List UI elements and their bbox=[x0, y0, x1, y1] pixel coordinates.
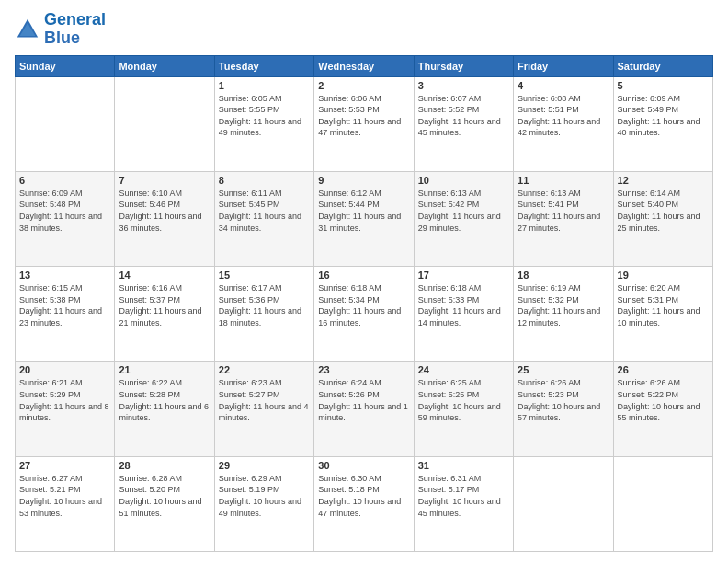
day-number: 4 bbox=[518, 80, 609, 91]
calendar-cell: 11Sunrise: 6:13 AM Sunset: 5:41 PM Dayli… bbox=[514, 171, 613, 266]
week-row-2: 6Sunrise: 6:09 AM Sunset: 5:48 PM Daylig… bbox=[16, 171, 713, 266]
calendar-cell: 23Sunrise: 6:24 AM Sunset: 5:26 PM Dayli… bbox=[314, 362, 414, 456]
day-number: 7 bbox=[119, 175, 210, 186]
day-info: Sunrise: 6:17 AM Sunset: 5:36 PM Dayligh… bbox=[219, 282, 310, 328]
day-info: Sunrise: 6:24 AM Sunset: 5:26 PM Dayligh… bbox=[318, 377, 409, 423]
day-info: Sunrise: 6:18 AM Sunset: 5:34 PM Dayligh… bbox=[318, 282, 409, 328]
day-info: Sunrise: 6:13 AM Sunset: 5:42 PM Dayligh… bbox=[418, 188, 509, 234]
day-info: Sunrise: 6:20 AM Sunset: 5:31 PM Dayligh… bbox=[618, 282, 709, 328]
day-info: Sunrise: 6:29 AM Sunset: 5:19 PM Dayligh… bbox=[219, 473, 310, 519]
day-number: 3 bbox=[418, 80, 509, 91]
weekday-header-row: SundayMondayTuesdayWednesdayThursdayFrid… bbox=[16, 55, 713, 76]
calendar-cell bbox=[613, 456, 712, 551]
day-info: Sunrise: 6:12 AM Sunset: 5:44 PM Dayligh… bbox=[318, 188, 409, 234]
calendar-cell: 24Sunrise: 6:25 AM Sunset: 5:25 PM Dayli… bbox=[414, 362, 513, 456]
day-number: 11 bbox=[518, 175, 609, 186]
calendar-cell: 12Sunrise: 6:14 AM Sunset: 5:40 PM Dayli… bbox=[613, 171, 712, 266]
day-info: Sunrise: 6:16 AM Sunset: 5:37 PM Dayligh… bbox=[119, 282, 210, 328]
calendar-cell: 9Sunrise: 6:12 AM Sunset: 5:44 PM Daylig… bbox=[314, 171, 414, 266]
day-number: 13 bbox=[19, 270, 110, 281]
calendar-cell: 14Sunrise: 6:16 AM Sunset: 5:37 PM Dayli… bbox=[115, 267, 214, 362]
day-number: 30 bbox=[318, 460, 409, 471]
day-number: 12 bbox=[618, 175, 709, 186]
calendar-cell: 18Sunrise: 6:19 AM Sunset: 5:32 PM Dayli… bbox=[514, 267, 613, 362]
calendar-cell: 31Sunrise: 6:31 AM Sunset: 5:17 PM Dayli… bbox=[414, 456, 513, 551]
calendar-cell: 25Sunrise: 6:26 AM Sunset: 5:23 PM Dayli… bbox=[514, 362, 613, 456]
calendar-cell: 7Sunrise: 6:10 AM Sunset: 5:46 PM Daylig… bbox=[115, 171, 214, 266]
day-number: 26 bbox=[618, 364, 709, 375]
week-row-4: 20Sunrise: 6:21 AM Sunset: 5:29 PM Dayli… bbox=[16, 362, 713, 456]
day-info: Sunrise: 6:14 AM Sunset: 5:40 PM Dayligh… bbox=[618, 188, 709, 234]
day-number: 14 bbox=[119, 270, 210, 281]
calendar-cell: 15Sunrise: 6:17 AM Sunset: 5:36 PM Dayli… bbox=[214, 267, 313, 362]
calendar-cell bbox=[115, 76, 214, 171]
day-info: Sunrise: 6:18 AM Sunset: 5:33 PM Dayligh… bbox=[418, 282, 509, 328]
calendar-cell: 2Sunrise: 6:06 AM Sunset: 5:53 PM Daylig… bbox=[314, 76, 414, 171]
day-info: Sunrise: 6:23 AM Sunset: 5:27 PM Dayligh… bbox=[219, 377, 310, 423]
day-info: Sunrise: 6:05 AM Sunset: 5:55 PM Dayligh… bbox=[219, 93, 310, 139]
day-info: Sunrise: 6:25 AM Sunset: 5:25 PM Dayligh… bbox=[418, 377, 509, 423]
day-number: 21 bbox=[119, 364, 210, 375]
day-info: Sunrise: 6:15 AM Sunset: 5:38 PM Dayligh… bbox=[19, 282, 110, 328]
weekday-header-saturday: Saturday bbox=[613, 55, 712, 76]
week-row-5: 27Sunrise: 6:27 AM Sunset: 5:21 PM Dayli… bbox=[16, 456, 713, 551]
logo-text: General Blue bbox=[44, 11, 106, 48]
calendar-cell: 13Sunrise: 6:15 AM Sunset: 5:38 PM Dayli… bbox=[16, 267, 115, 362]
calendar-cell: 10Sunrise: 6:13 AM Sunset: 5:42 PM Dayli… bbox=[414, 171, 513, 266]
day-info: Sunrise: 6:21 AM Sunset: 5:29 PM Dayligh… bbox=[19, 377, 110, 423]
day-info: Sunrise: 6:07 AM Sunset: 5:52 PM Dayligh… bbox=[418, 93, 509, 139]
day-info: Sunrise: 6:30 AM Sunset: 5:18 PM Dayligh… bbox=[318, 473, 409, 519]
weekday-header-tuesday: Tuesday bbox=[214, 55, 313, 76]
day-info: Sunrise: 6:22 AM Sunset: 5:28 PM Dayligh… bbox=[119, 377, 210, 423]
weekday-header-thursday: Thursday bbox=[414, 55, 513, 76]
day-info: Sunrise: 6:19 AM Sunset: 5:32 PM Dayligh… bbox=[518, 282, 609, 328]
calendar-table: SundayMondayTuesdayWednesdayThursdayFrid… bbox=[15, 55, 713, 552]
day-number: 22 bbox=[219, 364, 310, 375]
calendar-cell: 26Sunrise: 6:26 AM Sunset: 5:22 PM Dayli… bbox=[613, 362, 712, 456]
calendar-cell: 16Sunrise: 6:18 AM Sunset: 5:34 PM Dayli… bbox=[314, 267, 414, 362]
logo-icon bbox=[15, 17, 40, 42]
week-row-3: 13Sunrise: 6:15 AM Sunset: 5:38 PM Dayli… bbox=[16, 267, 713, 362]
weekday-header-friday: Friday bbox=[514, 55, 613, 76]
calendar-cell: 8Sunrise: 6:11 AM Sunset: 5:45 PM Daylig… bbox=[214, 171, 313, 266]
day-number: 17 bbox=[418, 270, 509, 281]
day-info: Sunrise: 6:09 AM Sunset: 5:48 PM Dayligh… bbox=[19, 188, 110, 234]
day-number: 15 bbox=[219, 270, 310, 281]
calendar-cell: 29Sunrise: 6:29 AM Sunset: 5:19 PM Dayli… bbox=[214, 456, 313, 551]
day-info: Sunrise: 6:11 AM Sunset: 5:45 PM Dayligh… bbox=[219, 188, 310, 234]
day-info: Sunrise: 6:26 AM Sunset: 5:23 PM Dayligh… bbox=[518, 377, 609, 423]
calendar-cell: 6Sunrise: 6:09 AM Sunset: 5:48 PM Daylig… bbox=[16, 171, 115, 266]
day-info: Sunrise: 6:13 AM Sunset: 5:41 PM Dayligh… bbox=[518, 188, 609, 234]
day-number: 8 bbox=[219, 175, 310, 186]
day-number: 25 bbox=[518, 364, 609, 375]
day-number: 19 bbox=[618, 270, 709, 281]
day-info: Sunrise: 6:26 AM Sunset: 5:22 PM Dayligh… bbox=[618, 377, 709, 423]
calendar-cell: 22Sunrise: 6:23 AM Sunset: 5:27 PM Dayli… bbox=[214, 362, 313, 456]
day-info: Sunrise: 6:06 AM Sunset: 5:53 PM Dayligh… bbox=[318, 93, 409, 139]
page: General Blue SundayMondayTuesdayWednesda… bbox=[0, 0, 728, 563]
weekday-header-wednesday: Wednesday bbox=[314, 55, 414, 76]
calendar-cell: 21Sunrise: 6:22 AM Sunset: 5:28 PM Dayli… bbox=[115, 362, 214, 456]
day-info: Sunrise: 6:28 AM Sunset: 5:20 PM Dayligh… bbox=[119, 473, 210, 519]
day-number: 20 bbox=[19, 364, 110, 375]
day-number: 10 bbox=[418, 175, 509, 186]
calendar-cell: 3Sunrise: 6:07 AM Sunset: 5:52 PM Daylig… bbox=[414, 76, 513, 171]
day-number: 5 bbox=[618, 80, 709, 91]
logo: General Blue bbox=[15, 11, 106, 48]
calendar-cell: 17Sunrise: 6:18 AM Sunset: 5:33 PM Dayli… bbox=[414, 267, 513, 362]
day-info: Sunrise: 6:09 AM Sunset: 5:49 PM Dayligh… bbox=[618, 93, 709, 139]
day-info: Sunrise: 6:27 AM Sunset: 5:21 PM Dayligh… bbox=[19, 473, 110, 519]
day-info: Sunrise: 6:08 AM Sunset: 5:51 PM Dayligh… bbox=[518, 93, 609, 139]
calendar-cell: 4Sunrise: 6:08 AM Sunset: 5:51 PM Daylig… bbox=[514, 76, 613, 171]
day-info: Sunrise: 6:31 AM Sunset: 5:17 PM Dayligh… bbox=[418, 473, 509, 519]
day-number: 16 bbox=[318, 270, 409, 281]
header: General Blue bbox=[15, 11, 713, 48]
calendar-cell bbox=[514, 456, 613, 551]
day-number: 18 bbox=[518, 270, 609, 281]
weekday-header-monday: Monday bbox=[115, 55, 214, 76]
calendar-cell: 19Sunrise: 6:20 AM Sunset: 5:31 PM Dayli… bbox=[613, 267, 712, 362]
calendar-cell: 28Sunrise: 6:28 AM Sunset: 5:20 PM Dayli… bbox=[115, 456, 214, 551]
day-number: 9 bbox=[318, 175, 409, 186]
day-number: 27 bbox=[19, 460, 110, 471]
day-number: 28 bbox=[119, 460, 210, 471]
